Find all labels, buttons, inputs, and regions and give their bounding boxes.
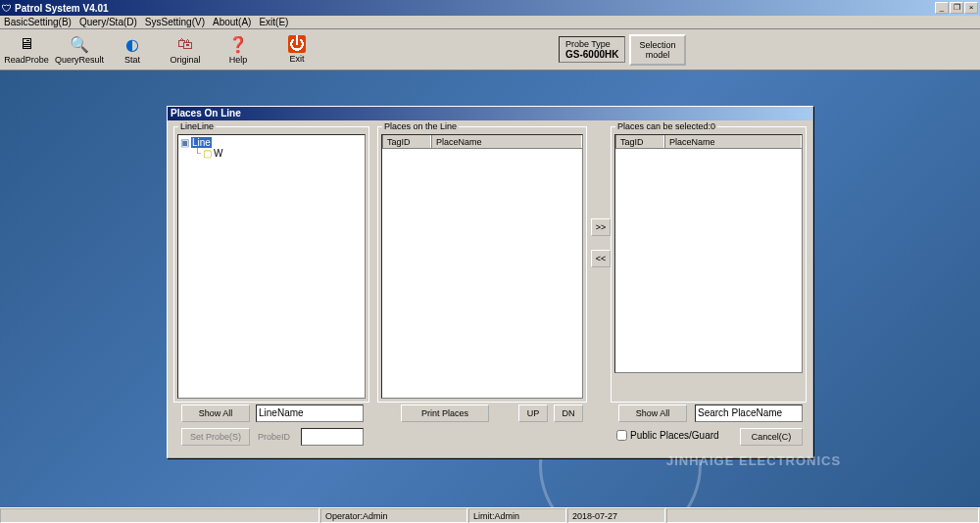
help-button[interactable]: ❓ Help [212,30,265,70]
bag-icon: 🛍 [175,34,195,54]
search-placename-input[interactable]: Search PlaceName [695,404,803,422]
exit-label: Exit [289,54,304,64]
places-online-dialog: Places On Line LineLine ▣ Line └ ▢ W [167,106,813,458]
status-limit: Limit:Admin [468,508,566,523]
dialog-title: Places On Line [168,107,812,120]
toolbar: 🖥 ReadProbe 🔍 QueryResult ◐ Stat 🛍 Origi… [0,29,980,71]
queryresult-button[interactable]: 🔍 QueryResult [53,30,106,70]
tree-child-label: W [214,148,222,159]
help-label: Help [229,55,248,65]
col-tagid-2[interactable]: TagID [615,135,664,148]
cancel-button[interactable]: Cancel(C) [740,428,803,446]
places-selectable-list[interactable]: TagID PlaceName [614,134,803,373]
transfer-left-button[interactable]: << [591,250,611,267]
readprobe-label: ReadProbe [4,55,49,65]
close-button[interactable]: × [964,2,978,14]
app-title: Patrol System V4.01 [15,3,934,14]
probeid-label: ProbeID [258,432,290,442]
menu-basicsetting[interactable]: BasicSetting(B) [0,17,75,27]
original-label: Original [170,55,200,65]
show-all-button-left[interactable]: Show All [181,404,250,422]
up-button[interactable]: UP [518,404,548,422]
lineline-label: LineLine [178,121,216,131]
dn-button[interactable]: DN [554,404,583,422]
stat-button[interactable]: ◐ Stat [106,30,159,70]
probe-type-value: GS-6000HK [565,49,618,60]
queryresult-label: QueryResult [55,55,104,65]
places-on-line-list[interactable]: TagID PlaceName [381,134,583,399]
desktop-background: Places On Line LineLine ▣ Line └ ▢ W [0,71,980,507]
selection-model-button[interactable]: Selection model [629,34,685,66]
status-operator: Operator:Admin [320,508,467,523]
menu-bar: BasicSetting(B) Query/Sta(D) SysSetting(… [0,16,980,29]
stat-label: Stat [124,55,140,65]
menu-exit[interactable]: Exit(E) [255,17,292,27]
folder-open-icon: ▣ [180,137,189,148]
probeid-input[interactable] [301,428,364,446]
places-list-header: TagID PlaceName [382,135,582,149]
show-all-button-right[interactable]: Show All [618,404,687,422]
places-on-line-label: Places on the Line [382,121,459,131]
places-selectable-label: Places can be selected:0 [615,121,717,131]
readprobe-button[interactable]: 🖥 ReadProbe [0,30,53,70]
probe-section: Probe Type GS-6000HK Selection model [559,34,686,66]
col-placename-2[interactable]: PlaceName [664,135,802,148]
piechart-icon: ◐ [122,34,142,54]
search-icon: 🔍 [70,34,89,54]
menu-syssetting[interactable]: SysSetting(V) [141,17,209,27]
status-bar: Operator:Admin Limit:Admin 2018-07-27 [0,507,980,523]
status-date: 2018-07-27 [567,508,665,523]
app-titlebar: 🛡 Patrol System V4.01 _ ❐ × [0,0,980,16]
help-icon: ❓ [228,34,248,54]
tree-root-item[interactable]: ▣ Line [180,137,363,148]
maximize-button[interactable]: ❐ [950,2,963,14]
power-icon: ⏻ [288,35,306,53]
menu-query[interactable]: Query/Sta(D) [75,17,141,27]
original-button[interactable]: 🛍 Original [159,30,212,70]
transfer-right-button[interactable]: >> [591,218,611,236]
public-places-check-input[interactable] [616,430,627,441]
print-places-button[interactable]: Print Places [401,404,489,422]
tree-root-label: Line [191,137,212,148]
minimize-button[interactable]: _ [935,2,949,14]
status-cell-5 [666,508,979,523]
set-probe-button: Set Probe(S) [181,428,250,446]
tree-child-item[interactable]: └ ▢ W [180,148,363,159]
status-cell-1 [0,508,319,523]
col-tagid[interactable]: TagID [382,135,431,148]
line-tree[interactable]: ▣ Line └ ▢ W [177,134,366,399]
public-places-label: Public Places/Guard [630,430,719,441]
folder-icon: ▢ [203,148,212,159]
probe-type-label: Probe Type [565,39,618,49]
menu-about[interactable]: About(A) [209,17,255,27]
monitor-download-icon: 🖥 [17,34,36,54]
selectable-list-header: TagID PlaceName [615,135,802,149]
exit-button[interactable]: ⏻ Exit [270,30,323,70]
app-icon: 🛡 [2,3,12,14]
probe-type-display: Probe Type GS-6000HK [559,36,625,63]
public-places-checkbox[interactable]: Public Places/Guard [616,430,719,441]
col-placename[interactable]: PlaceName [431,135,582,148]
linename-input[interactable]: LineName [256,404,364,422]
